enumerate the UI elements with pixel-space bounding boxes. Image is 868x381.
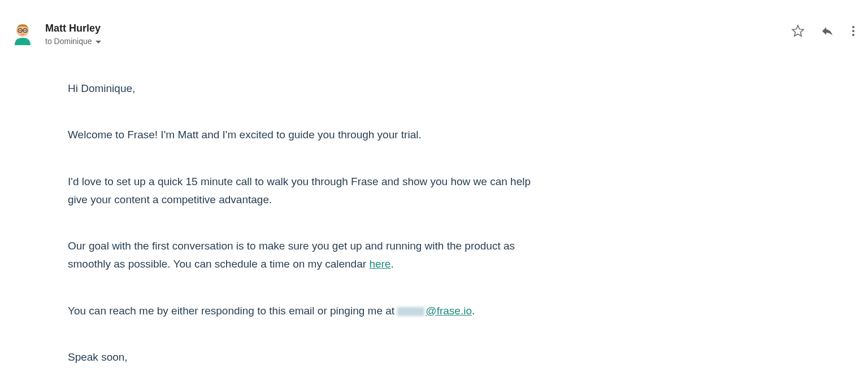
email-body: Hi Dominique, Welcome to Frase! I'm Matt… [68,80,531,366]
svg-point-4 [20,30,21,31]
paragraph-4: You can reach me by either responding to… [68,302,531,320]
caret-down-icon [96,41,101,43]
svg-point-5 [25,30,26,31]
more-menu-icon[interactable] [850,24,857,38]
paragraph-3: Our goal with the first conversation is … [68,237,531,274]
paragraph-1: Welcome to Frase! I'm Matt and I'm excit… [68,126,531,144]
email-link[interactable]: @frase.io [426,305,472,317]
closing: Speak soon, [68,348,531,366]
greeting: Hi Dominique, [68,80,531,98]
sender-name[interactable]: Matt Hurley [45,23,101,34]
paragraph-2: I'd love to set up a quick 15 minute cal… [68,173,531,209]
recipient-dropdown[interactable]: to Dominique [45,37,857,46]
schedule-link[interactable]: here [369,258,390,270]
redacted-email-local [397,307,424,316]
star-icon[interactable] [791,24,805,38]
sender-avatar[interactable] [11,23,34,45]
recipient-to-prefix: to Dominique [45,37,92,46]
reply-icon[interactable] [821,24,834,38]
